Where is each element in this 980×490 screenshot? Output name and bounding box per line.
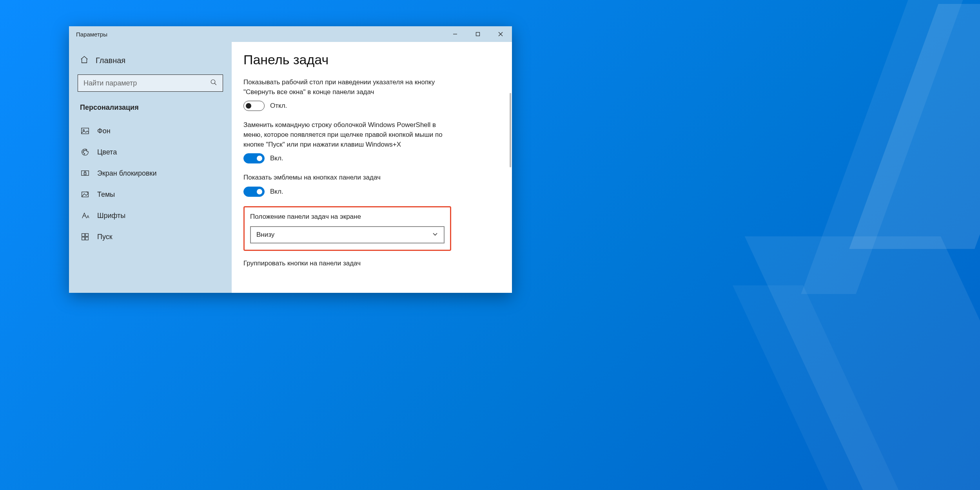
search-icon <box>210 79 217 87</box>
sidebar-nav: Фон Цвета Экран блокировки <box>78 120 223 247</box>
setting-peek-desktop: Показывать рабочий стол при наведении ук… <box>243 78 451 111</box>
svg-rect-13 <box>84 173 86 175</box>
setting-label: Группировать кнопки на панели задач <box>243 259 451 269</box>
sidebar: Главная Персонализация Фон <box>69 42 232 293</box>
sidebar-item-themes[interactable]: Темы <box>78 184 223 205</box>
sidebar-item-label: Шрифты <box>97 212 125 220</box>
svg-rect-15 <box>82 234 85 236</box>
svg-point-4 <box>211 80 215 84</box>
window-title: Параметры <box>76 31 107 38</box>
palette-icon <box>81 148 89 156</box>
svg-rect-16 <box>85 234 88 236</box>
image-icon <box>81 127 89 135</box>
toggle-state-label: Вкл. <box>270 188 283 196</box>
svg-line-5 <box>214 83 216 85</box>
minimize-button[interactable] <box>444 26 466 42</box>
dropdown-selected-value: Внизу <box>256 231 274 239</box>
toggle-powershell-replace[interactable] <box>243 153 265 163</box>
close-button[interactable] <box>489 26 512 42</box>
setting-powershell-replace: Заменить командную строку оболочкой Wind… <box>243 120 451 163</box>
content-panel: Панель задач Показывать рабочий стол при… <box>232 42 512 293</box>
toggle-state-label: Вкл. <box>270 154 283 162</box>
svg-rect-18 <box>85 237 88 240</box>
svg-rect-1 <box>476 33 480 36</box>
toggle-show-badges[interactable] <box>243 187 265 197</box>
sidebar-item-label: Пуск <box>97 233 113 241</box>
setting-description: Заменить командную строку оболочкой Wind… <box>243 120 451 149</box>
sidebar-item-start[interactable]: Пуск <box>78 226 223 247</box>
scrollbar-thumb[interactable] <box>510 93 511 167</box>
toggle-peek-desktop[interactable] <box>243 101 265 111</box>
sidebar-item-fonts[interactable]: Шрифты <box>78 205 223 226</box>
sidebar-home[interactable]: Главная <box>78 51 223 73</box>
svg-rect-17 <box>82 237 85 240</box>
setting-description: Показать эмблемы на кнопках панели задач <box>243 173 451 183</box>
settings-window: Параметры Главная Пе <box>69 26 512 293</box>
sidebar-home-label: Главная <box>96 56 125 65</box>
titlebar[interactable]: Параметры <box>69 26 512 42</box>
sidebar-item-lockscreen[interactable]: Экран блокировки <box>78 163 223 184</box>
sidebar-item-background[interactable]: Фон <box>78 120 223 142</box>
sidebar-item-colors[interactable]: Цвета <box>78 142 223 163</box>
sidebar-item-label: Цвета <box>97 148 117 156</box>
svg-point-11 <box>84 153 85 154</box>
search-input[interactable] <box>83 79 210 87</box>
setting-description: Показывать рабочий стол при наведении ук… <box>243 78 451 97</box>
sidebar-item-label: Темы <box>97 191 115 199</box>
svg-point-9 <box>83 150 84 151</box>
setting-label: Положение панели задач на экране <box>250 212 445 222</box>
svg-point-10 <box>85 150 86 151</box>
svg-rect-6 <box>82 128 89 134</box>
setting-show-badges: Показать эмблемы на кнопках панели задач… <box>243 173 451 197</box>
page-title: Панель задач <box>243 52 500 67</box>
sidebar-section-label: Персонализация <box>78 100 223 120</box>
dropdown-taskbar-position[interactable]: Внизу <box>250 226 445 243</box>
svg-point-7 <box>83 129 85 131</box>
maximize-button[interactable] <box>466 26 489 42</box>
lockscreen-icon <box>81 169 89 178</box>
fonts-icon <box>81 211 89 220</box>
themes-icon <box>81 190 89 199</box>
setting-group-buttons: Группировать кнопки на панели задач <box>243 259 451 269</box>
svg-point-8 <box>83 152 83 152</box>
sidebar-item-label: Экран блокировки <box>97 169 156 178</box>
start-icon <box>81 232 89 241</box>
chevron-down-icon <box>432 231 438 239</box>
highlighted-setting-taskbar-position: Положение панели задач на экране Внизу <box>243 206 451 251</box>
toggle-state-label: Откл. <box>270 102 287 110</box>
search-input-container[interactable] <box>78 74 223 92</box>
sidebar-item-label: Фон <box>97 127 111 135</box>
home-icon <box>80 55 89 66</box>
